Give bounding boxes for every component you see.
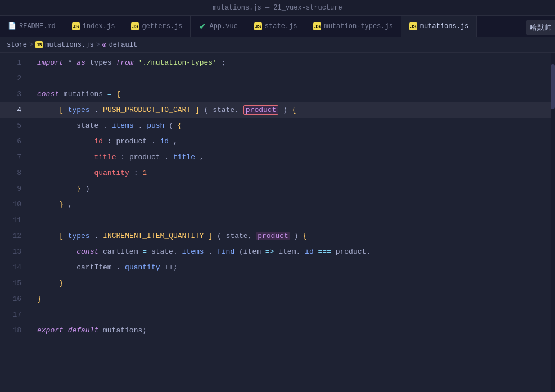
code-line-17	[28, 307, 555, 323]
kw-const: const	[37, 90, 59, 98]
title-bar: mutations.js — 21_vuex-structure	[0, 0, 555, 16]
kw-export: export	[37, 326, 64, 335]
ln-17: 17	[0, 307, 21, 323]
ln-4: 4	[0, 102, 28, 118]
code-line-13: const cartItem = state. items . find (it…	[28, 244, 555, 260]
product-highlight: product	[243, 105, 279, 115]
code-content[interactable]: import * as types from './mutation-types…	[28, 53, 555, 392]
code-line-2	[28, 71, 555, 87]
scrollbar[interactable]	[551, 53, 555, 392]
crumb-store[interactable]: store	[7, 41, 27, 49]
ln-2: 2	[0, 71, 21, 87]
crumb-default: default	[109, 41, 137, 49]
scrollbar-thumb[interactable]	[551, 64, 555, 109]
kw-as: as	[76, 58, 85, 67]
title-text: mutations.js — 21_vuex-structure	[213, 4, 342, 12]
tab-mutations[interactable]: JS mutations.js	[401, 16, 477, 37]
code-line-7: title : product . title ,	[28, 150, 555, 165]
kw-default: default	[68, 326, 99, 335]
ln-15: 15	[0, 276, 21, 291]
ln-18: 18	[0, 323, 21, 339]
watermark: 哈默帅	[526, 20, 555, 35]
code-line-11	[28, 213, 555, 228]
readme-icon: 📄	[8, 22, 16, 30]
ln-6: 6	[0, 134, 21, 150]
tab-label-app: App.vue	[209, 22, 237, 30]
code-line-4: [ types . PUSH_PRODUCT_TO_CART ] ( state…	[28, 102, 555, 118]
line-numbers: 1 2 3 4 5 6 7 8 9 10 11 12 13 14 15 16 1…	[0, 53, 28, 392]
code-line-3: const mutations = {	[28, 87, 555, 102]
code-line-16: }	[28, 291, 555, 307]
crumb-mutations[interactable]: mutations.js	[45, 41, 93, 49]
tab-label-mutations: mutations.js	[420, 22, 468, 30]
ln-10: 10	[0, 197, 21, 213]
ln-8: 8	[0, 165, 21, 181]
code-line-12: [ types . INCREMENT_ITEM_QUANTITY ] ( st…	[28, 228, 555, 244]
code-line-9: } )	[28, 181, 555, 197]
code-line-8: quantity : 1	[28, 165, 555, 181]
tab-label-index: index.js	[83, 22, 115, 30]
js-icon-index: JS	[72, 22, 80, 30]
product-highlight-2: product	[256, 232, 290, 240]
crumb-js-icon: JS	[35, 41, 43, 48]
code-line-15: }	[28, 276, 555, 291]
crumb-sep2: >	[96, 41, 100, 49]
tab-label-state: state.js	[265, 22, 297, 30]
ln-13: 13	[0, 244, 21, 260]
breadcrumb: store > JS mutations.js > ⊙ default	[0, 37, 555, 53]
code-line-10: } ,	[28, 197, 555, 213]
tab-state[interactable]: JS state.js	[246, 16, 306, 37]
str-mutation-types: './mutation-types'	[138, 58, 217, 67]
tab-label-getters: getters.js	[142, 22, 182, 30]
ln-1: 1	[0, 55, 21, 71]
crumb-default-icon: ⊙	[102, 40, 107, 49]
js-icon-mutations: JS	[409, 22, 417, 30]
vue-icon-app: ✔	[198, 22, 206, 30]
tab-index[interactable]: JS index.js	[64, 16, 124, 37]
code-line-5: state . items . push ( {	[28, 118, 555, 134]
tab-mutation-types[interactable]: JS mutation-types.js	[305, 16, 401, 37]
code-line-6: id : product . id ,	[28, 134, 555, 150]
ln-7: 7	[0, 150, 21, 165]
ln-16: 16	[0, 291, 21, 307]
code-line-18: export default mutations;	[28, 323, 555, 339]
ln-11: 11	[0, 213, 21, 228]
js-icon-getters: JS	[131, 22, 139, 30]
tab-bar: 📄 README.md JS index.js JS getters.js ✔ …	[0, 16, 555, 37]
kw-import: import	[37, 58, 64, 67]
editor: 1 2 3 4 5 6 7 8 9 10 11 12 13 14 15 16 1…	[0, 53, 555, 392]
tab-getters[interactable]: JS getters.js	[123, 16, 191, 37]
ln-14: 14	[0, 260, 21, 276]
code-line-14: cartItem . quantity ++;	[28, 260, 555, 276]
code-line-1: import * as types from './mutation-types…	[28, 55, 555, 71]
tab-readme[interactable]: 📄 README.md	[0, 16, 64, 37]
tab-app[interactable]: ✔ App.vue	[191, 16, 246, 37]
js-icon-mutation-types: JS	[313, 22, 321, 30]
ln-9: 9	[0, 181, 21, 197]
ln-5: 5	[0, 118, 21, 134]
tab-label-mutation-types: mutation-types.js	[324, 22, 392, 30]
ln-3: 3	[0, 87, 21, 102]
ln-12: 12	[0, 228, 21, 244]
kw-from: from	[116, 58, 133, 67]
js-icon-state: JS	[254, 22, 262, 30]
crumb-sep1: >	[29, 41, 33, 49]
tab-label-readme: README.md	[19, 22, 56, 30]
